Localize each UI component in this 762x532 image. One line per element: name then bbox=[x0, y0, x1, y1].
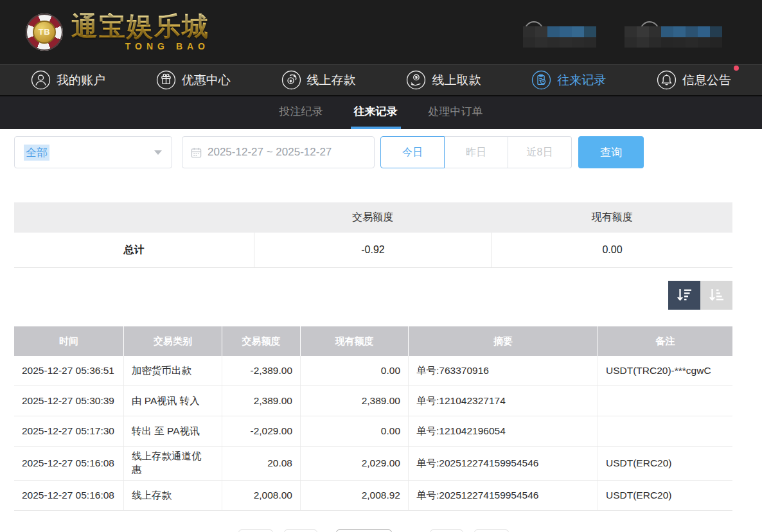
nav-item-deposit[interactable]: 线上存款 bbox=[281, 70, 356, 90]
records-icon bbox=[531, 70, 551, 90]
summary-header-balance: 现有额度 bbox=[492, 202, 732, 233]
user-icon bbox=[31, 70, 51, 90]
cell-balance: 2,389.00 bbox=[300, 386, 408, 416]
nav-item-withdraw[interactable]: 线上取款 bbox=[406, 70, 481, 90]
date-range-value: 2025-12-27 ~ 2025-12-27 bbox=[208, 146, 332, 159]
censored-user-name bbox=[625, 21, 722, 48]
col-header-amount: 交易额度 bbox=[222, 326, 300, 356]
gift-icon bbox=[156, 70, 176, 90]
cell-summary: 单号:202512274159954546 bbox=[408, 481, 598, 510]
nav-item-my-account[interactable]: 我的账户 bbox=[31, 70, 105, 90]
nav-label: 线上存款 bbox=[307, 72, 356, 89]
sort-asc-icon bbox=[707, 287, 725, 305]
nav-item-promotions[interactable]: 优惠中心 bbox=[156, 70, 231, 90]
table-row: 2025-12-27 05:16:08线上存款通道优惠20.082,029.00… bbox=[14, 447, 732, 481]
chevron-down-icon bbox=[154, 150, 162, 155]
type-select-value: 全部 bbox=[24, 145, 49, 161]
cell-balance: 2,029.00 bbox=[300, 447, 408, 480]
table-row: 2025-12-27 05:36:51加密货币出款-2,389.000.00单号… bbox=[14, 356, 732, 386]
table-row: 2025-12-27 05:30:39由 PA视讯 转入2,389.002,38… bbox=[14, 386, 732, 416]
cell-amount: -2,389.00 bbox=[222, 356, 300, 386]
cell-note bbox=[598, 386, 732, 416]
cell-type: 线上存款 bbox=[123, 481, 222, 510]
total-label: 总计 bbox=[14, 233, 254, 267]
cell-balance: 0.00 bbox=[300, 356, 408, 386]
nav-label: 往来记录 bbox=[557, 72, 606, 89]
notification-badge bbox=[734, 66, 739, 71]
sort-ascending-button[interactable] bbox=[700, 281, 732, 310]
sort-descending-button[interactable] bbox=[668, 281, 700, 310]
cell-type: 由 PA视讯 转入 bbox=[123, 386, 222, 416]
pagination-prev-button[interactable] bbox=[284, 529, 317, 532]
col-header-note: 备注 bbox=[598, 326, 732, 356]
summary-total-row: 总计 -0.92 0.00 bbox=[14, 233, 732, 268]
cell-summary: 单号:202512274159954546 bbox=[408, 447, 598, 480]
main-nav: 我的账户 优惠中心 线上存款 bbox=[0, 64, 762, 96]
total-balance: 0.00 bbox=[492, 233, 732, 267]
cell-note bbox=[598, 416, 732, 446]
brand-logo[interactable]: TB 通宝娱乐城 TONG BAO bbox=[26, 13, 209, 51]
table-row: 2025-12-27 05:17:30转出 至 PA视讯-2,029.000.0… bbox=[14, 416, 732, 447]
col-header-balance: 现有额度 bbox=[300, 326, 408, 356]
cell-amount: 20.08 bbox=[222, 447, 300, 480]
cell-time: 2025-12-27 05:17:30 bbox=[14, 416, 123, 446]
col-header-time: 时间 bbox=[14, 326, 123, 356]
nav-item-announcements[interactable]: 信息公告 bbox=[657, 70, 731, 90]
tab-betting-records[interactable]: 投注纪录 bbox=[276, 96, 326, 129]
nav-label: 优惠中心 bbox=[182, 72, 231, 89]
transactions-table: 时间 交易类别 交易额度 现有额度 摘要 备注 2025-12-27 05:36… bbox=[14, 326, 732, 511]
cell-time: 2025-12-27 05:16:08 bbox=[14, 481, 123, 510]
cell-time: 2025-12-27 05:36:51 bbox=[14, 356, 123, 386]
pagination-page-select[interactable] bbox=[336, 529, 392, 532]
table-row: 2025-12-27 05:16:08线上存款2,008.002,008.92单… bbox=[14, 481, 732, 511]
cell-time: 2025-12-27 05:30:39 bbox=[14, 386, 123, 416]
calendar-icon bbox=[191, 147, 202, 158]
cell-summary: 单号:121042196054 bbox=[408, 416, 598, 446]
total-trade-amount: -0.92 bbox=[254, 233, 492, 267]
cell-amount: -2,029.00 bbox=[222, 416, 300, 446]
user-info-area bbox=[523, 21, 722, 48]
quick-date-group: 今日 昨日 近8日 bbox=[380, 136, 572, 168]
transactions-body: 2025-12-27 05:36:51加密货币出款-2,389.000.00单号… bbox=[14, 356, 732, 511]
date-range-input[interactable]: 2025-12-27 ~ 2025-12-27 bbox=[182, 136, 375, 168]
summary-header-empty bbox=[14, 202, 254, 233]
pagination-next-button[interactable] bbox=[430, 529, 463, 532]
cell-note: USDT(TRC20)-***cgwC bbox=[598, 356, 732, 386]
tab-transaction-records[interactable]: 往来记录 bbox=[351, 96, 401, 129]
cell-amount: 2,008.00 bbox=[222, 481, 300, 510]
cell-summary: 单号:121042327174 bbox=[408, 386, 598, 416]
summary-table: 交易额度 现有额度 总计 -0.92 0.00 bbox=[14, 202, 732, 268]
cell-balance: 2,008.92 bbox=[300, 481, 408, 510]
withdraw-icon bbox=[406, 70, 426, 90]
nav-label: 信息公告 bbox=[682, 72, 731, 89]
cell-balance: 0.00 bbox=[300, 416, 408, 446]
type-select[interactable]: 全部 bbox=[14, 136, 172, 168]
pagination-bar bbox=[14, 529, 732, 532]
col-header-type: 交易类别 bbox=[123, 326, 222, 356]
summary-header-trade-amount: 交易额度 bbox=[254, 202, 492, 233]
pagination-first-button[interactable] bbox=[238, 529, 273, 532]
cell-type: 转出 至 PA视讯 bbox=[123, 416, 222, 446]
last-8-days-button[interactable]: 近8日 bbox=[508, 136, 572, 168]
bell-icon bbox=[657, 70, 677, 90]
nav-label: 我的账户 bbox=[57, 72, 105, 89]
cell-note: USDT(ERC20) bbox=[598, 447, 732, 480]
today-button[interactable]: 今日 bbox=[380, 136, 445, 168]
top-header: TB 通宝娱乐城 TONG BAO bbox=[0, 0, 762, 64]
sort-controls bbox=[14, 281, 732, 310]
nav-label: 线上取款 bbox=[432, 72, 481, 89]
cell-type: 加密货币出款 bbox=[123, 356, 222, 386]
cell-time: 2025-12-27 05:16:08 bbox=[14, 447, 123, 480]
pagination-last-button[interactable] bbox=[474, 529, 509, 532]
nav-item-transactions[interactable]: 往来记录 bbox=[531, 70, 606, 90]
sort-desc-icon bbox=[675, 287, 693, 305]
query-button[interactable]: 查询 bbox=[578, 136, 644, 168]
summary-header-row: 交易额度 现有额度 bbox=[14, 202, 732, 233]
brand-name-en: TONG BAO bbox=[125, 41, 209, 51]
cell-note: USDT(ERC20) bbox=[598, 481, 732, 510]
cell-type: 线上存款通道优惠 bbox=[123, 447, 222, 480]
yesterday-button[interactable]: 昨日 bbox=[445, 136, 508, 168]
filter-bar: 全部 2025-12-27 ~ 2025-12-27 今日 昨日 近8日 查询 bbox=[14, 136, 732, 168]
tab-pending-orders[interactable]: 处理中订单 bbox=[425, 96, 486, 129]
cell-amount: 2,389.00 bbox=[222, 386, 300, 416]
